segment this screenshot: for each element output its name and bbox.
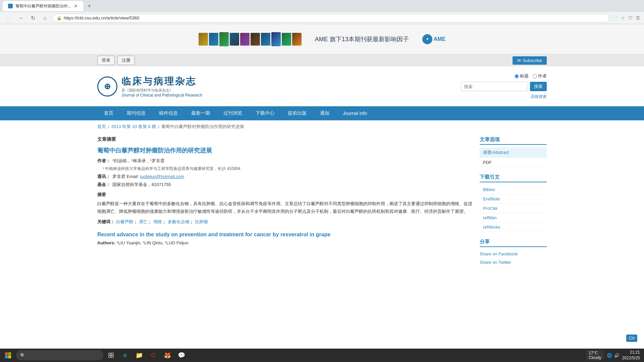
login-button[interactable]: 登录	[97, 56, 115, 65]
download-citation-title: 下载引文	[480, 174, 547, 182]
lang-switch-button[interactable]: CH	[626, 335, 637, 342]
sidebar-endnote[interactable]: EndNote	[480, 194, 547, 204]
keyword-3[interactable]: 增殖	[153, 219, 162, 224]
search-button[interactable]: 搜索	[530, 82, 547, 91]
taskbar-clock: 21:21 2022/5/25	[622, 350, 640, 361]
nav-manuscript-info[interactable]: 稿件信息	[152, 106, 184, 120]
windows-logo-icon	[5, 352, 11, 359]
nav-archive[interactable]: 过刊浏览	[217, 106, 249, 120]
banner-text: AME 旗下13本期刊获最新影响因子	[315, 35, 409, 43]
breadcrumb-home[interactable]: 首页	[97, 124, 106, 130]
taskbar-explorer[interactable]: 📁	[133, 349, 146, 361]
browser-toolbar: ← → ↻ ⌂ 🔒 https://lcbl.csu.edu.cn/articl…	[0, 12, 644, 24]
nav-journal-info-en[interactable]: Journal info	[336, 106, 374, 120]
correspondence-label: 通讯：	[97, 174, 110, 180]
sidebar-download-citation: 下载引文 Bibtex EndNote ProCite refMan refWo…	[480, 174, 547, 232]
sidebar-refman[interactable]: refMan	[480, 213, 547, 223]
email-link[interactable]: luofeijun@hotmail.com	[140, 174, 184, 179]
back-button[interactable]: ←	[4, 13, 13, 23]
register-button[interactable]: 注册	[117, 56, 135, 65]
nav-journal-info[interactable]: 期刊信息	[120, 106, 152, 120]
share-twitter[interactable]: Share on Twitter	[480, 258, 547, 266]
article-options-title: 文章选项	[480, 136, 547, 145]
article-title-cn[interactable]: 葡萄中白藜芦醇对肿瘤防治作用的研究进展	[97, 146, 473, 155]
breadcrumb-issue[interactable]: 2013 年第 33 卷第 6 期	[111, 124, 156, 130]
temperature: 17°C	[589, 351, 598, 355]
journal-seal: ⊕	[97, 76, 117, 97]
taskbar-task-view[interactable]	[105, 349, 117, 361]
svg-rect-3	[8, 356, 11, 359]
lock-icon: 🔒	[57, 16, 62, 20]
page-wrapper: AME 旗下13本期刊获最新影响因子 ✦ AME 登录 注册 ✉ Subscri…	[0, 24, 644, 362]
authors-en-label: Authors:	[97, 240, 115, 245]
abstract-section: 摘要 白藜芦醇是一种大量存在于葡萄中的多酚化合物，具有抗肿瘤、抗心血管疾病和调节…	[97, 192, 473, 216]
keyword-1[interactable]: 白藜芦醇	[116, 219, 133, 224]
authors-cn: ¹刘远镐，¹林亲录，¹罗非君	[112, 158, 165, 164]
fund-value: 国家自然科学基金，81071755	[112, 182, 171, 188]
abstract-text: 白藜芦醇是一种大量存在于葡萄中的多酚化合物，具有抗肿瘤、抗心血管疾病和调节免疫等…	[97, 200, 473, 216]
abstract-label: 摘要	[97, 192, 473, 198]
keyword-5[interactable]: 抗肿瘤	[195, 219, 208, 224]
nav-latest-issue[interactable]: 最新一期	[184, 106, 217, 120]
keyword-4[interactable]: 多酚化合物	[168, 219, 190, 224]
ame-logo-text: AME	[434, 36, 446, 42]
breadcrumb-sep-1: /	[108, 124, 109, 129]
address-bar[interactable]: 🔒 https://lcbl.csu.edu.cn/article/view/5…	[52, 14, 609, 22]
reader-view-icon[interactable]: 📄	[612, 15, 618, 20]
taskbar-search[interactable]: 🔍	[16, 350, 103, 360]
fund-label: 基金：	[97, 182, 110, 188]
forward-button[interactable]: →	[16, 13, 25, 23]
radio-biaoti-label[interactable]: 标题	[515, 73, 529, 79]
sidebar-pdf[interactable]: PDF	[480, 158, 547, 167]
sidebar-bibtex[interactable]: Bibtex	[480, 185, 547, 194]
taskbar-edge[interactable]: e	[119, 349, 131, 361]
nav-download[interactable]: 下载中心	[249, 106, 281, 120]
search-input[interactable]	[461, 82, 528, 91]
browser-tab[interactable]: 葡萄中白藜芦醇对抿瘤防治作... ✕	[3, 1, 83, 11]
menu-icon[interactable]: ☰	[636, 15, 640, 20]
edge-icon: e	[123, 352, 127, 359]
tab-favicon	[8, 4, 13, 8]
journal-subtitle-cn: 原《国际病理科学与临床杂志》	[121, 88, 202, 93]
book-cover-7	[261, 33, 270, 46]
authors-label: 作者：	[97, 158, 110, 164]
radio-zuozhe-label[interactable]: 作者	[533, 73, 547, 79]
firefox-icon: 🦊	[164, 352, 171, 359]
radio-zuozhe[interactable]	[533, 74, 537, 78]
sidebar-refworks[interactable]: refWorks	[480, 223, 547, 232]
tab-close-icon[interactable]: ✕	[74, 3, 78, 9]
taskbar-line[interactable]: 💬	[175, 349, 188, 361]
extensions-icon[interactable]: 🛡	[628, 15, 633, 20]
subscribe-button[interactable]: ✉ Subscribe	[513, 56, 547, 65]
radio-biaoti[interactable]	[515, 74, 519, 78]
taskbar-search-icon: 🔍	[20, 353, 25, 358]
book-cover-10	[292, 33, 302, 46]
nav-bar: 首页 期刊信息 稿件信息 最新一期 过刊浏览 下载中心 提前出版 通知 Jour…	[0, 106, 644, 120]
home-button[interactable]: ⌂	[40, 13, 50, 23]
new-tab-button[interactable]: +	[85, 1, 94, 11]
nav-ahead-of-print[interactable]: 提前出版	[281, 106, 313, 120]
journal-title-cn: 临床与病理杂志	[121, 75, 202, 88]
book-cover-2	[209, 33, 218, 46]
seal-icon: ⊕	[104, 82, 111, 91]
nav-notice[interactable]: 通知	[313, 106, 336, 120]
tab-title: 葡萄中白藜芦醇对抿瘤防治作...	[15, 3, 71, 9]
sidebar-procite[interactable]: ProCite	[480, 204, 547, 213]
share-facebook[interactable]: Share on Facebook	[480, 250, 547, 258]
article-title-en[interactable]: Recent advance in the study on preventio…	[97, 232, 473, 238]
book-cover-4	[230, 33, 239, 46]
start-button[interactable]	[1, 349, 15, 361]
sidebar-abstract[interactable]: 摘要/Abstract	[480, 147, 547, 158]
advanced-search-link[interactable]: 高级搜索	[531, 94, 547, 100]
bookmark-icon[interactable]: ☆	[621, 15, 625, 20]
nav-home[interactable]: 首页	[97, 106, 120, 120]
book-cover-9	[282, 33, 291, 46]
keyword-2[interactable]: 凋亡	[139, 219, 148, 224]
browser-tabs: 葡萄中白藜芦醇对抿瘤防治作... ✕ +	[0, 0, 644, 12]
taskbar-office[interactable]: O	[147, 349, 160, 361]
taskbar-firefox[interactable]: 🦊	[161, 349, 174, 361]
correspondence-value: 罗非君 Email: luofeijun@hotmail.com	[112, 174, 184, 180]
refresh-button[interactable]: ↻	[28, 13, 38, 23]
svg-rect-5	[111, 353, 113, 355]
ame-logo[interactable]: ✦ AME	[422, 34, 446, 44]
